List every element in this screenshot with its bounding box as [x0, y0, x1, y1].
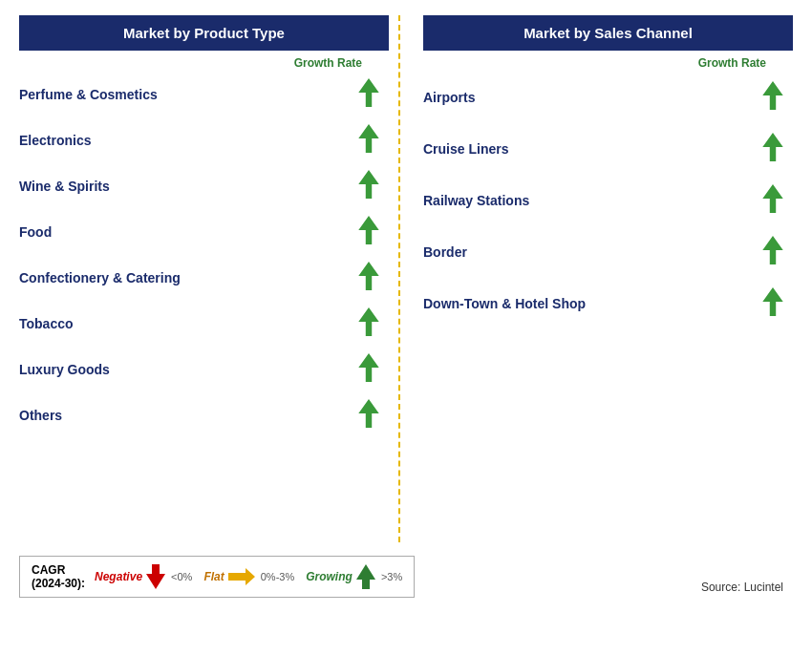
- left-list-item: Wine & Spirits: [19, 163, 389, 209]
- legend-box: CAGR (2024-30): Negative <0% Flat 0%-3% …: [19, 556, 415, 598]
- right-item-label: Airports: [423, 90, 762, 105]
- negative-arrow-icon: [146, 564, 165, 589]
- left-list-item: Others: [19, 392, 389, 438]
- left-panel-header: Market by Product Type: [19, 15, 389, 51]
- flat-range: 0%-3%: [261, 571, 294, 582]
- growth-arrow-icon: [762, 287, 783, 316]
- svg-marker-13: [146, 564, 165, 589]
- left-list-item: Perfume & Cosmetics: [19, 72, 389, 117]
- source-label: Source: Lucintel: [701, 581, 793, 598]
- right-list-item: Railway Stations: [423, 175, 793, 226]
- growth-arrow-icon: [762, 236, 783, 264]
- left-item-label: Food: [19, 224, 358, 240]
- left-item-label: Electronics: [19, 133, 358, 148]
- right-item-label: Border: [423, 244, 762, 260]
- flat-arrow-icon: [228, 568, 255, 585]
- left-list-item: Electronics: [19, 117, 389, 163]
- growth-arrow-icon: [358, 78, 379, 107]
- growing-value: >3%: [381, 571, 402, 582]
- left-item-label: Tobacco: [19, 316, 358, 331]
- cagr-label: CAGR (2024-30):: [32, 563, 85, 590]
- svg-marker-1: [358, 124, 378, 153]
- growth-arrow-icon: [762, 184, 783, 213]
- growth-arrow-icon: [762, 81, 783, 110]
- right-growth-rate-label: Growth Rate: [423, 56, 793, 70]
- left-panel: Market by Product Type Growth Rate Perfu…: [19, 15, 398, 542]
- left-growth-rate-label: Growth Rate: [19, 56, 389, 70]
- growth-arrow-icon: [358, 307, 379, 336]
- svg-marker-3: [358, 216, 378, 244]
- svg-marker-11: [762, 236, 782, 264]
- left-list-item: Confectionery & Catering: [19, 255, 389, 301]
- negative-value: <0%: [171, 571, 192, 582]
- svg-marker-14: [228, 568, 255, 585]
- right-panel-header: Market by Sales Channel: [423, 15, 793, 51]
- flat-label: Flat: [203, 570, 224, 583]
- svg-marker-9: [762, 133, 782, 161]
- right-list-item: Airports: [423, 72, 793, 123]
- svg-marker-6: [358, 353, 378, 382]
- left-list-item: Food: [19, 209, 389, 255]
- right-list-item: Border: [423, 226, 793, 278]
- negative-label: Negative: [95, 570, 142, 583]
- right-item-label: Down-Town & Hotel Shop: [423, 296, 762, 311]
- right-panel: Market by Sales Channel Growth Rate Airp…: [400, 15, 793, 542]
- svg-marker-12: [762, 287, 782, 316]
- growth-arrow-icon: [358, 124, 379, 153]
- left-item-label: Perfume & Cosmetics: [19, 87, 358, 102]
- left-item-label: Luxury Goods: [19, 362, 358, 377]
- svg-marker-5: [358, 307, 378, 336]
- left-item-label: Wine & Spirits: [19, 179, 358, 194]
- right-items-list: AirportsCruise LinersRailway StationsBor…: [423, 72, 793, 542]
- left-item-label: Confectionery & Catering: [19, 270, 358, 285]
- svg-marker-15: [356, 564, 375, 589]
- growing-arrow-icon: [356, 564, 375, 589]
- svg-marker-8: [762, 81, 782, 110]
- left-item-label: Others: [19, 408, 358, 423]
- svg-marker-0: [358, 78, 378, 107]
- growth-arrow-icon: [358, 399, 379, 428]
- growth-arrow-icon: [762, 133, 783, 161]
- growing-label: Growing: [306, 570, 353, 583]
- growth-arrow-icon: [358, 262, 379, 290]
- left-list-item: Luxury Goods: [19, 347, 389, 392]
- svg-marker-2: [358, 170, 378, 199]
- svg-marker-7: [358, 399, 378, 428]
- growth-arrow-icon: [358, 216, 379, 244]
- left-list-item: Tobacco: [19, 301, 389, 347]
- right-item-label: Railway Stations: [423, 193, 762, 208]
- svg-marker-4: [358, 262, 378, 290]
- growth-arrow-icon: [358, 353, 379, 382]
- svg-marker-10: [762, 184, 782, 213]
- growth-arrow-icon: [358, 170, 379, 199]
- right-item-label: Cruise Liners: [423, 141, 762, 157]
- right-list-item: Down-Town & Hotel Shop: [423, 278, 793, 329]
- right-list-item: Cruise Liners: [423, 123, 793, 175]
- left-items-list: Perfume & CosmeticsElectronicsWine & Spi…: [19, 72, 389, 542]
